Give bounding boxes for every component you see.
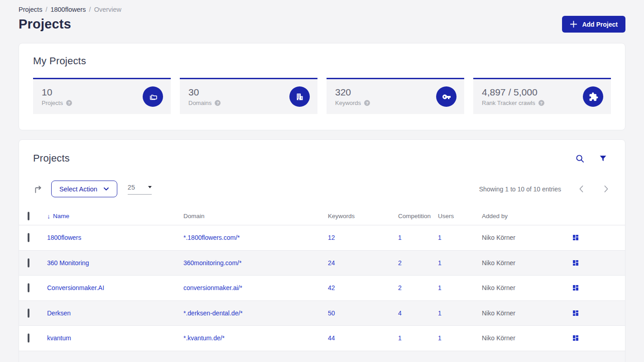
- add-project-button[interactable]: Add Project: [562, 16, 625, 33]
- stat-projects-value: 10: [42, 87, 72, 98]
- project-domain-link[interactable]: *.kvantum.de/*: [183, 334, 225, 342]
- building-icon: [289, 86, 310, 107]
- pagination-prev-icon[interactable]: [579, 185, 584, 193]
- column-header-domain[interactable]: Domain: [183, 213, 328, 219]
- stat-domains: 30 Domains?: [180, 78, 317, 114]
- dashboard-icon[interactable]: [572, 234, 579, 241]
- forward-arrow-icon[interactable]: [33, 184, 43, 194]
- row-checkbox[interactable]: [28, 258, 29, 267]
- project-added-by: Niko Körner: [482, 259, 572, 267]
- dashboard-icon[interactable]: [572, 259, 579, 267]
- project-keywords-value[interactable]: 24: [328, 259, 335, 267]
- help-icon[interactable]: ?: [66, 100, 72, 106]
- project-name-link[interactable]: kvantum: [47, 334, 71, 342]
- chevron-down-icon: [103, 187, 109, 191]
- stat-projects: 10 Projects?: [33, 78, 171, 114]
- project-name-link[interactable]: 1800flowers: [47, 234, 82, 241]
- project-domain-link[interactable]: 360monitoring.com/*: [183, 259, 241, 267]
- stat-keywords-label: Keywords: [335, 100, 361, 106]
- project-competition-value[interactable]: 2: [398, 284, 402, 291]
- help-icon[interactable]: ?: [538, 100, 544, 106]
- project-competition-value[interactable]: 2: [398, 259, 402, 267]
- table-body: 1800flowers *.1800flowers.com/* 12 1 1 N…: [19, 225, 625, 351]
- stat-keywords: 320 Keywords?: [327, 78, 464, 114]
- table-toolbar: Select Action 25 Showing 1 to 10 of 10 e…: [19, 181, 625, 197]
- dashboard-icon[interactable]: [572, 284, 579, 291]
- stat-projects-label: Projects: [42, 100, 63, 106]
- stat-rank-tracker-label: Rank Tracker crawls: [482, 100, 535, 106]
- column-header-added-by[interactable]: Added by: [482, 213, 572, 219]
- projects-folders-icon: [143, 86, 163, 107]
- dashboard-icon[interactable]: [572, 334, 579, 342]
- stats-row: 10 Projects? 30 Domains?: [33, 78, 611, 114]
- table-header-row: ↓ Name Domain Keywords Competition Users…: [19, 207, 625, 225]
- breadcrumb-separator: /: [45, 6, 47, 13]
- project-keywords-value[interactable]: 12: [328, 234, 335, 241]
- pagination-next-icon[interactable]: [604, 185, 609, 193]
- project-name-link[interactable]: 360 Monitoring: [47, 259, 89, 267]
- column-header-keywords[interactable]: Keywords: [328, 213, 398, 219]
- caret-down-icon: [148, 186, 152, 188]
- table-row: 1800flowers *.1800flowers.com/* 12 1 1 N…: [19, 225, 625, 251]
- project-users-value[interactable]: 1: [438, 310, 442, 317]
- row-checkbox[interactable]: [28, 309, 29, 318]
- select-action-dropdown[interactable]: Select Action: [51, 181, 117, 197]
- my-projects-card: My Projects 10 Projects? 30 Domains?: [19, 43, 625, 130]
- stat-keywords-value: 320: [335, 87, 370, 98]
- project-domain-link[interactable]: *.1800flowers.com/*: [183, 234, 240, 241]
- project-name-link[interactable]: Conversionmaker.AI: [47, 284, 104, 291]
- plus-icon: [570, 20, 577, 28]
- project-competition-value[interactable]: 4: [398, 310, 402, 317]
- help-icon[interactable]: ?: [364, 100, 370, 106]
- projects-table-card: Projects Select Action: [19, 139, 625, 362]
- table-row: kvantum *.kvantum.de/* 44 1 1 Niko Körne…: [19, 326, 625, 351]
- row-checkbox[interactable]: [28, 283, 29, 292]
- column-header-name[interactable]: ↓ Name: [47, 213, 183, 220]
- stat-domains-label: Domains: [188, 100, 211, 106]
- project-competition-value[interactable]: 1: [398, 334, 402, 342]
- table-row: Derksen *.derksen-dental.de/* 50 4 1 Nik…: [19, 301, 625, 326]
- search-icon[interactable]: [575, 154, 585, 163]
- dashboard-icon[interactable]: [572, 310, 579, 317]
- breadcrumb-projects[interactable]: Projects: [19, 6, 42, 13]
- project-added-by: Niko Körner: [482, 310, 572, 317]
- page: Projects / 1800flowers / Overview Projec…: [0, 6, 644, 362]
- project-domain-link[interactable]: *.derksen-dental.de/*: [183, 310, 243, 317]
- stat-domains-value: 30: [188, 87, 221, 98]
- row-checkbox[interactable]: [28, 333, 29, 343]
- select-all-checkbox[interactable]: [28, 212, 29, 220]
- project-name-link[interactable]: Derksen: [47, 310, 71, 317]
- projects-table: ↓ Name Domain Keywords Competition Users…: [19, 207, 625, 362]
- filter-icon[interactable]: [599, 154, 607, 163]
- project-keywords-value[interactable]: 42: [328, 284, 335, 291]
- project-users-value[interactable]: 1: [438, 234, 442, 241]
- project-domain-link[interactable]: conversionmaker.ai/*: [183, 284, 242, 291]
- table-row: 360 Monitoring 360monitoring.com/* 24 2 …: [19, 251, 625, 276]
- project-added-by: Niko Körner: [482, 284, 572, 291]
- column-header-competition[interactable]: Competition: [398, 213, 438, 219]
- stat-rank-tracker: 4,897 / 5,000 Rank Tracker crawls?: [473, 78, 611, 114]
- page-title: Projects: [19, 17, 71, 32]
- breadcrumb-overview: Overview: [94, 6, 121, 13]
- project-competition-value[interactable]: 1: [398, 234, 402, 241]
- showing-entries-text: Showing 1 to 10 of 10 entries: [479, 186, 561, 193]
- breadcrumb-1800flowers[interactable]: 1800flowers: [50, 6, 86, 13]
- project-keywords-value[interactable]: 50: [328, 310, 335, 317]
- project-added-by: Niko Körner: [482, 334, 572, 342]
- page-size-select[interactable]: 25: [128, 184, 152, 195]
- breadcrumb-separator: /: [89, 6, 91, 13]
- project-users-value[interactable]: 1: [438, 259, 442, 267]
- sort-desc-icon: ↓: [47, 213, 50, 220]
- project-users-value[interactable]: 1: [438, 284, 442, 291]
- project-added-by: Niko Körner: [482, 234, 572, 241]
- column-header-users[interactable]: Users: [438, 213, 482, 219]
- table-row-partial: [19, 351, 625, 362]
- stat-rank-tracker-value: 4,897 / 5,000: [482, 87, 544, 98]
- project-keywords-value[interactable]: 44: [328, 334, 335, 342]
- help-icon[interactable]: ?: [215, 100, 221, 106]
- projects-panel-title: Projects: [33, 152, 70, 164]
- key-icon: [436, 86, 457, 107]
- project-users-value[interactable]: 1: [438, 334, 442, 342]
- table-row: Conversionmaker.AI conversionmaker.ai/* …: [19, 276, 625, 301]
- row-checkbox[interactable]: [28, 233, 29, 242]
